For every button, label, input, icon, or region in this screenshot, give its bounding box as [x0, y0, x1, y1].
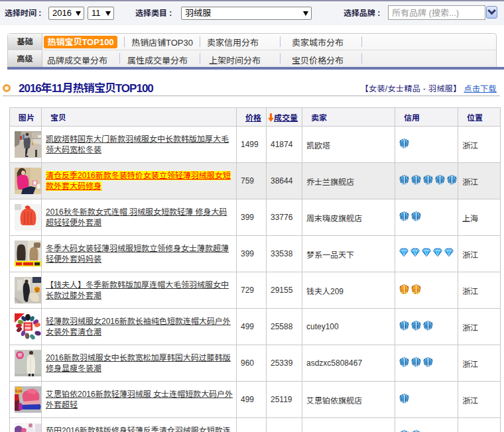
- svg-text:11%: 11%: [15, 389, 23, 393]
